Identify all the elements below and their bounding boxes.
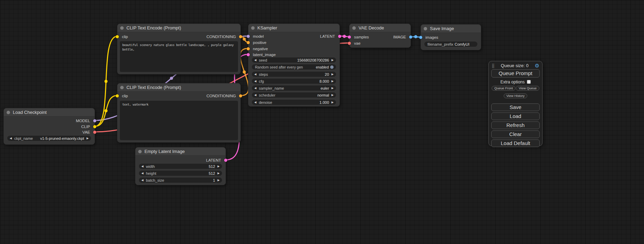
sampler-name-widget[interactable]: ◀ sampler_name euler ▶ (252, 85, 336, 91)
collapse-dot-icon[interactable] (138, 150, 142, 153)
steps-widget[interactable]: ◀ steps 20 ▶ (252, 72, 336, 77)
batch-size-widget[interactable]: ◀ batch_size 1 ▶ (139, 178, 222, 183)
clear-button[interactable]: Clear (491, 130, 540, 138)
conditioning-output-port[interactable] (239, 35, 242, 38)
node-title-bar[interactable]: Save Image (421, 25, 481, 33)
increment-arrow-icon[interactable]: ▶ (332, 87, 334, 90)
load-default-button[interactable]: Load Default (491, 139, 540, 147)
queue-front-button[interactable]: Queue Front (492, 86, 515, 91)
widget-value: v1-5-pruned-emaonly.ckpt (40, 136, 84, 141)
collapse-dot-icon[interactable] (7, 111, 10, 114)
node-clip-text-encode-negative[interactable]: CLIP Text Encode (Prompt) clip CONDITION… (117, 83, 241, 143)
collapse-dot-icon[interactable] (120, 86, 124, 89)
model-output-port[interactable] (93, 119, 96, 123)
vae-output-port[interactable] (93, 131, 96, 134)
latent-output-port[interactable] (338, 35, 341, 38)
toggle-dot-icon[interactable] (330, 65, 334, 69)
cfg-widget[interactable]: ◀ cfg 8.000 ▶ (252, 79, 336, 84)
decrement-arrow-icon[interactable]: ◀ (254, 80, 256, 83)
negative-input-port[interactable] (247, 47, 250, 51)
denoise-widget[interactable]: ◀ denoise 1.000 ▶ (252, 100, 336, 105)
latent-output-port[interactable] (224, 159, 227, 162)
increment-arrow-icon[interactable]: ▶ (332, 59, 334, 62)
widget-value: 1.000 (319, 100, 329, 105)
negative-prompt-textarea[interactable]: text, watermark (120, 101, 238, 140)
collapse-dot-icon[interactable] (120, 26, 124, 30)
view-history-button[interactable]: View History (504, 93, 528, 98)
node-title-bar[interactable]: CLIP Text Encode (Prompt) (117, 83, 240, 92)
port-row-positive: positive (248, 40, 339, 45)
decrement-arrow-icon[interactable]: ◀ (141, 165, 143, 168)
increment-arrow-icon[interactable]: ▶ (332, 101, 334, 104)
clip-output-port[interactable] (93, 125, 96, 128)
node-empty-latent-image[interactable]: Empty Latent Image LATENT ◀ width 512 ▶ … (135, 147, 226, 185)
extra-options-row: Extra options (489, 79, 542, 84)
random-seed-toggle-widget[interactable]: Random seed after every gen enabled (252, 64, 336, 70)
model-input-port[interactable] (247, 35, 250, 38)
increment-arrow-icon[interactable]: ▶ (332, 73, 334, 76)
load-button[interactable]: Load (491, 112, 540, 120)
ckpt-name-widget[interactable]: ◀ ckpt_name v1-5-pruned-emaonly.ckpt ▶ (7, 136, 91, 141)
port-row-clip-conditioning: clip CONDITIONING (117, 93, 240, 98)
seed-widget[interactable]: ◀ seed 156680208700286 ▶ (252, 57, 336, 63)
node-vae-decode[interactable]: VAE Decode samples IMAGE vae (349, 24, 411, 48)
increment-arrow-icon[interactable]: ▶ (218, 172, 220, 175)
drag-handle-icon[interactable]: ⣿ (492, 63, 495, 68)
decrement-arrow-icon[interactable]: ◀ (141, 179, 143, 182)
clip-input-port[interactable] (116, 94, 119, 98)
extra-options-checkbox[interactable] (527, 80, 531, 84)
node-title-bar[interactable]: CLIP Text Encode (Prompt) (117, 24, 240, 32)
link-dot-clip-positive (105, 80, 108, 83)
clip-input-port[interactable] (116, 35, 119, 38)
node-clip-text-encode-positive[interactable]: CLIP Text Encode (Prompt) clip CONDITION… (117, 24, 241, 74)
filename-prefix-widget[interactable]: filename_prefix ComfyUI (424, 42, 477, 47)
collapse-dot-icon[interactable] (352, 26, 356, 30)
positive-input-port[interactable] (247, 41, 250, 44)
node-save-image[interactable]: Save Image images filename_prefix ComfyU… (421, 24, 481, 50)
view-history-row: View History (489, 92, 542, 98)
increment-arrow-icon[interactable]: ▶ (332, 80, 334, 83)
view-queue-button[interactable]: View Queue (516, 86, 539, 91)
node-title-bar[interactable]: KSampler (248, 24, 339, 32)
width-widget[interactable]: ◀ width 512 ▶ (139, 164, 222, 169)
output-label-model: MODEL (76, 119, 90, 123)
queue-panel-header: ⣿ Queue size: 0 ⚙ (489, 61, 542, 68)
port-row-vae: vae (350, 41, 411, 46)
queue-prompt-button[interactable]: Queue Prompt (491, 69, 540, 78)
refresh-button[interactable]: Refresh (491, 121, 540, 129)
images-input-port[interactable] (419, 36, 422, 39)
settings-gear-icon[interactable]: ⚙ (535, 63, 539, 68)
decrement-arrow-icon[interactable]: ◀ (254, 94, 256, 97)
node-load-checkpoint[interactable]: Load Checkpoint MODEL CLIP VAE ◀ ckpt_na… (3, 108, 95, 145)
collapse-dot-icon[interactable] (424, 27, 427, 30)
latent-image-input-port[interactable] (247, 53, 250, 56)
increment-arrow-icon[interactable]: ▶ (218, 179, 220, 182)
decrement-arrow-icon[interactable]: ◀ (254, 73, 256, 76)
node-ksampler[interactable]: KSampler model LATENT positive negative … (248, 24, 340, 107)
positive-prompt-textarea[interactable]: beautiful scenery nature glass bottle la… (120, 41, 238, 72)
increment-arrow-icon[interactable]: ▶ (218, 165, 220, 168)
collapse-dot-icon[interactable] (251, 26, 255, 30)
image-output-port[interactable] (409, 36, 412, 39)
decrement-arrow-icon[interactable]: ◀ (141, 172, 143, 175)
node-title-bar[interactable]: Empty Latent Image (135, 147, 226, 156)
link-dot-cond-negative (243, 71, 246, 74)
vae-input-port[interactable] (348, 42, 351, 45)
samples-input-port[interactable] (348, 36, 351, 39)
decrement-arrow-icon[interactable]: ◀ (254, 101, 256, 104)
decrement-arrow-icon[interactable]: ◀ (254, 59, 256, 62)
widget-value: 1 (213, 178, 215, 182)
save-button[interactable]: Save (491, 103, 540, 111)
widget-label: scheduler (259, 93, 275, 97)
increment-arrow-icon[interactable]: ▶ (332, 94, 334, 97)
node-title: Save Image (430, 26, 454, 31)
decrement-arrow-icon[interactable]: ◀ (10, 137, 12, 140)
height-widget[interactable]: ◀ height 512 ▶ (139, 171, 222, 176)
node-graph-canvas[interactable]: Load Checkpoint MODEL CLIP VAE ◀ ckpt_na… (0, 0, 644, 244)
node-title-bar[interactable]: Load Checkpoint (4, 108, 95, 117)
increment-arrow-icon[interactable]: ▶ (87, 137, 89, 140)
decrement-arrow-icon[interactable]: ◀ (254, 87, 256, 90)
node-title-bar[interactable]: VAE Decode (350, 24, 411, 32)
scheduler-widget[interactable]: ◀ scheduler normal ▶ (252, 92, 336, 98)
conditioning-output-port[interactable] (239, 94, 242, 98)
